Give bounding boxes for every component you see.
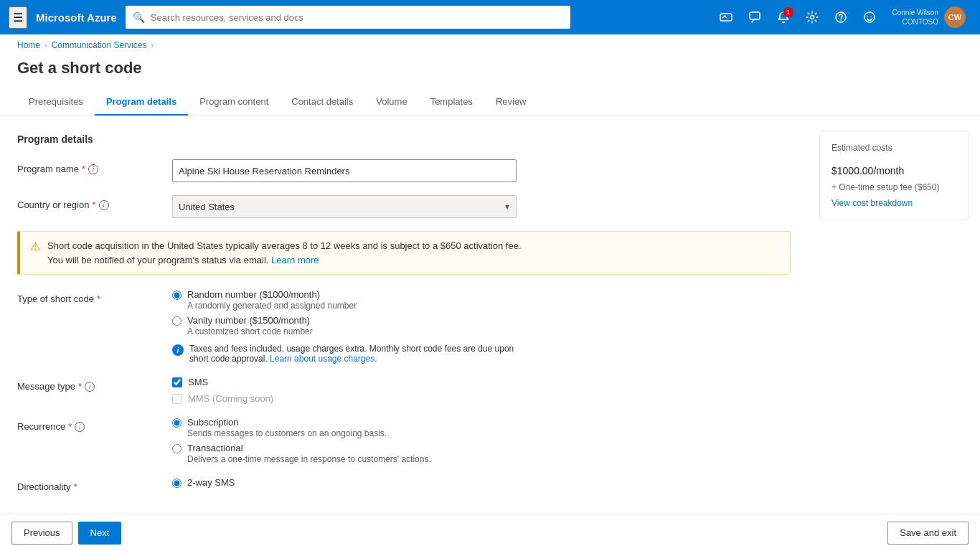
recurrence-label: Recurrence * i [17, 417, 161, 432]
transactional-label[interactable]: Transactional [187, 443, 431, 453]
tab-volume[interactable]: Volume [364, 89, 418, 116]
breadcrumb-communication-services[interactable]: Communication Services [52, 40, 147, 50]
tab-contact-details[interactable]: Contact details [280, 89, 364, 116]
directionality-label: Directionality * [17, 477, 161, 492]
cost-sidebar: Estimated costs $1000.00/month + One-tim… [808, 116, 980, 514]
breadcrumb: Home › Communication Services › [0, 34, 980, 56]
footer: Previous Next Save and exit [0, 514, 980, 551]
search-icon: 🔍 [133, 11, 145, 23]
cost-label: Estimated costs [831, 143, 956, 153]
tab-prerequisites[interactable]: Prerequisites [17, 89, 95, 116]
cost-amount: $1000.00/month [831, 157, 956, 179]
country-select[interactable]: United States [172, 195, 517, 218]
type-control: Random number ($1000/month) A randomly g… [172, 289, 517, 364]
message-type-control: SMS MMS (Coming soon) [172, 377, 517, 404]
country-info-icon[interactable]: i [99, 200, 109, 210]
2way-label[interactable]: 2-way SMS [187, 477, 235, 488]
sms-label[interactable]: SMS [188, 377, 208, 387]
type-info-note: i Taxes and fees included, usage charges… [172, 344, 517, 364]
feedback-button[interactable] [743, 6, 766, 29]
previous-button[interactable]: Previous [11, 522, 72, 545]
recurrence-info-icon[interactable]: i [75, 422, 85, 432]
mms-label: MMS (Coming soon) [188, 393, 273, 404]
program-name-input[interactable] [172, 159, 517, 182]
type-vanity-option: Vanity number ($1500/month) A customized… [172, 315, 517, 336]
page-title: Get a short code [0, 56, 980, 89]
form-area: Program details Program name * i Country… [0, 116, 808, 514]
view-cost-breakdown-link[interactable]: View cost breakdown [831, 198, 913, 208]
warning-learn-more-link[interactable]: Learn more [271, 255, 319, 265]
type-random-desc: A randomly generated and assigned number [187, 301, 357, 311]
breadcrumb-sep-1: › [44, 41, 47, 50]
app-title: Microsoft Azure [36, 11, 117, 24]
type-radio-group: Random number ($1000/month) A randomly g… [172, 289, 517, 336]
tab-program-content[interactable]: Program content [188, 89, 280, 116]
type-info-icon: i [172, 344, 184, 356]
recurrence-radio-group: Subscription Sends messages to customers… [172, 417, 517, 464]
main-content: Program details Program name * i Country… [0, 116, 980, 514]
user-org: CONTOSO [892, 17, 938, 27]
message-type-required-indicator: * [78, 381, 82, 392]
mms-checkbox[interactable] [172, 394, 182, 404]
tab-review[interactable]: Review [484, 89, 538, 116]
menu-button[interactable]: ☰ [9, 6, 27, 29]
type-random-radio[interactable] [172, 291, 182, 300]
help-button[interactable] [829, 6, 852, 29]
sms-option: SMS [172, 377, 517, 387]
type-random-label[interactable]: Random number ($1000/month) [187, 289, 357, 300]
transactional-option: Transactional Delivers a one-time messag… [172, 443, 517, 464]
country-label: Country or region * i [17, 195, 161, 210]
country-row: Country or region * i United States [17, 195, 791, 218]
directionality-control: 2-way SMS [172, 477, 517, 488]
tab-templates[interactable]: Templates [419, 89, 484, 116]
type-row: Type of short code * Random number ($100… [17, 289, 791, 364]
country-select-wrapper: United States [172, 195, 517, 218]
smiley-button[interactable] [858, 6, 881, 29]
tab-program-details[interactable]: Program details [95, 89, 188, 116]
breadcrumb-home[interactable]: Home [17, 40, 40, 50]
svg-point-3 [836, 12, 846, 22]
svg-point-2 [810, 16, 814, 19]
next-button[interactable]: Next [78, 522, 122, 545]
message-type-label: Message type * i [17, 377, 161, 392]
required-indicator: * [82, 164, 85, 174]
program-name-info-icon[interactable]: i [88, 164, 98, 174]
2way-radio[interactable] [172, 479, 182, 488]
svg-point-7 [870, 16, 872, 17]
transactional-radio[interactable] [172, 444, 182, 453]
cloud-shell-button[interactable] [715, 6, 738, 29]
search-input[interactable] [151, 12, 563, 23]
cost-card: Estimated costs $1000.00/month + One-tim… [819, 131, 969, 220]
subscription-label[interactable]: Subscription [187, 417, 387, 428]
notification-badge: 1 [783, 7, 793, 17]
sms-checkbox[interactable] [172, 377, 182, 387]
message-type-info-icon[interactable]: i [85, 382, 95, 392]
settings-button[interactable] [801, 6, 824, 29]
warning-box: ⚠ Short code acquisition in the United S… [17, 231, 791, 275]
warning-icon: ⚠ [30, 240, 40, 253]
user-menu[interactable]: Connie Wilson CONTOSO CW [887, 4, 971, 31]
notifications-button[interactable]: 1 [772, 6, 795, 29]
user-name: Connie Wilson [892, 8, 938, 17]
warning-text: Short code acquisition in the United Sta… [47, 239, 522, 267]
subscription-radio[interactable] [172, 418, 182, 428]
country-required-indicator: * [92, 199, 95, 210]
subscription-option: Subscription Sends messages to customers… [172, 417, 517, 438]
svg-rect-1 [750, 12, 760, 19]
usage-charges-link[interactable]: Learn about usage charges. [270, 354, 377, 364]
transactional-desc: Delivers a one-time message in response … [187, 454, 431, 464]
footer-left: Previous Next [11, 522, 121, 545]
type-vanity-radio[interactable] [172, 316, 182, 326]
program-name-control [172, 159, 517, 182]
directionality-radio-group: 2-way SMS [172, 477, 517, 488]
section-title: Program details [17, 133, 791, 145]
svg-point-6 [867, 16, 868, 17]
save-exit-button[interactable]: Save and exit [887, 522, 969, 545]
type-required-indicator: * [97, 293, 100, 304]
breadcrumb-sep-2: › [151, 41, 154, 50]
program-name-label: Program name * i [17, 159, 161, 174]
top-navigation: ☰ Microsoft Azure 🔍 1 Connie Wilson CONT… [0, 0, 980, 34]
header-icons: 1 Connie Wilson CONTOSO CW [715, 4, 971, 31]
type-vanity-desc: A customized short code number [187, 326, 313, 336]
type-vanity-label[interactable]: Vanity number ($1500/month) [187, 315, 313, 326]
